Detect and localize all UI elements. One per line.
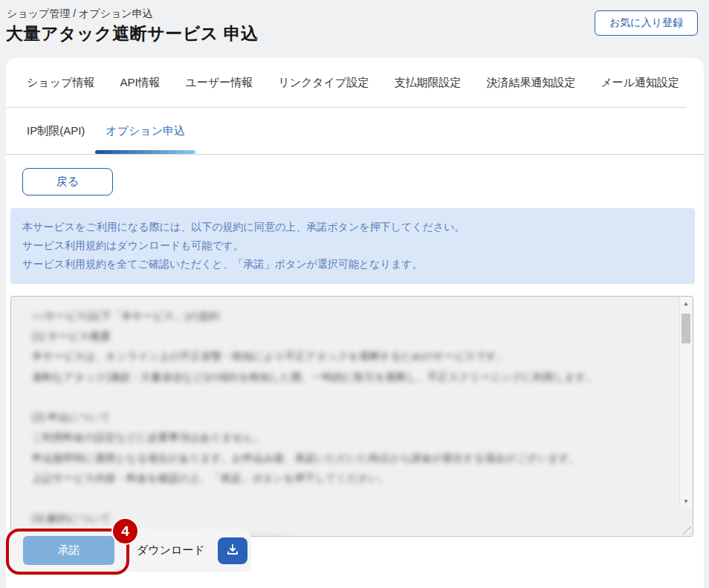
notice-line: 本サービスをご利用になる際には、以下の規約に同意の上、承諾ボタンを押下してくださ… [22,218,683,236]
resize-grip-icon[interactable] [682,525,691,534]
download-icon [226,543,239,558]
page-title: 大量アタック遮断サービス 申込 [6,22,259,45]
notice-line: サービス利用規約を全てご確認いただくと、「承諾」ボタンが選択可能となります。 [22,255,683,274]
terms-line: (1) サービス概要 [32,326,670,346]
tab-label: オプション申込 [106,124,185,138]
terms-line: 申込後即時に適用となる場合があります。お申込み後、承諾いただいた時点から課金が発… [32,448,670,468]
tab-api-info[interactable]: API情報 [120,76,160,90]
scroll-up-arrow-icon[interactable]: ▲ [680,297,692,310]
breadcrumb: ショップ管理 / オプション申込 [7,7,153,21]
terms-line: 上記サービス内容・料金を確認の上、「承諾」ボタンを押下してください。 [32,468,670,488]
terms-text-blurred: ○○サービス(以下「本サービス」)の規約 (1) サービス概要 本サービスは、オ… [11,297,679,536]
download-button[interactable] [218,537,247,564]
terms-line: (3) 解約について [32,508,670,529]
primary-tab-bar: ショップ情報 API情報 ユーザー情報 リンクタイプ設定 支払期限設定 決済結果… [6,58,704,107]
tab-user-info[interactable]: ユーザー情報 [186,76,253,90]
page-header: ショップ管理 / オプション申込 大量アタック遮断サービス 申込 お気に入り登録 [0,0,709,58]
terms-line [32,488,670,508]
tab-option-application[interactable]: オプション申込 [95,108,195,154]
tab-ip-restriction-api[interactable]: IP制限(API) [16,108,95,154]
tab-label: IP制限(API) [27,124,85,138]
terms-line: ○○サービス(以下「本サービス」)の規約 [32,306,670,326]
favorite-register-button[interactable]: お気に入り登録 [595,10,698,36]
secondary-tab-bar: IP制限(API) オプション申込 [6,108,704,154]
tab-payment-result-notification-settings[interactable]: 決済結果通知設定 [486,76,575,90]
divider [6,154,704,155]
scroll-down-arrow-icon[interactable]: ▼ [680,495,692,508]
terms-line: 本サービスは、オンライン上の不正攻撃・検知により不正アタックを遮断するためのサー… [32,346,670,366]
tab-shop-info[interactable]: ショップ情報 [27,76,94,90]
terms-of-service-box[interactable]: ○○サービス(以下「本サービス」)の規約 (1) サービス概要 本サービスは、オ… [10,296,693,537]
terms-line: (2) 申込について [32,407,670,427]
terms-line: ご利用料金の設定などに必要事項はありません。 [32,427,670,448]
notice-line: サービス利用規約はダウンロードも可能です。 [22,236,683,255]
scrollbar-track[interactable]: ▲ ▼ [679,297,692,508]
content-card: ショップ情報 API情報 ユーザー情報 リンクタイプ設定 支払期限設定 決済結果… [6,58,704,588]
scrollbar-thumb[interactable] [682,314,690,343]
action-bar: 承諾 ダウンロード [7,529,251,572]
active-tab-underline [95,150,195,154]
terms-line: 過剰なアタック(連続・大量送信など)の傾向を検知した際、一時的に取引を遮断し、不… [32,367,670,387]
notice-box: 本サービスをご利用になる際には、以下の規約に同意の上、承諾ボタンを押下してくださ… [10,208,695,284]
tab-payment-deadline-settings[interactable]: 支払期限設定 [394,76,461,90]
accept-button[interactable]: 承諾 [23,536,114,565]
tab-mail-notification-settings[interactable]: メール通知設定 [600,76,679,90]
back-button[interactable]: 戻る [22,168,113,196]
terms-line [32,387,670,407]
download-label: ダウンロード [137,543,205,558]
tab-link-type-settings[interactable]: リンクタイプ設定 [278,76,369,90]
